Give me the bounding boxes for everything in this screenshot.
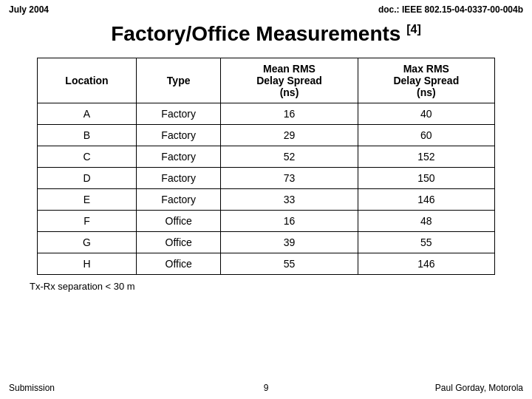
- cell-location: A: [38, 103, 137, 125]
- cell-max_rms: 150: [358, 168, 494, 189]
- table-row: CFactory52152: [38, 146, 495, 168]
- table-header-row: Location Type Mean RMSDelay Spread(ns) M…: [38, 58, 495, 103]
- col-type: Type: [137, 58, 221, 103]
- footer-page: 9: [264, 383, 269, 393]
- cell-type: Office: [137, 232, 221, 253]
- cell-location: H: [38, 253, 137, 275]
- cell-location: E: [38, 189, 137, 211]
- title-ref: [4]: [406, 23, 421, 35]
- cell-max_rms: 48: [358, 211, 494, 232]
- footer-right: Paul Gorday, Motorola: [435, 383, 523, 393]
- cell-type: Factory: [137, 125, 221, 146]
- cell-max_rms: 55: [358, 232, 494, 253]
- footer-left: Submission: [9, 383, 55, 393]
- table-row: GOffice3955: [38, 232, 495, 253]
- footer-center: 9: [264, 383, 269, 393]
- cell-location: G: [38, 232, 137, 253]
- cell-location: B: [38, 125, 137, 146]
- cell-mean_rms: 16: [221, 103, 358, 125]
- table-row: HOffice55146: [38, 253, 495, 275]
- cell-mean_rms: 39: [221, 232, 358, 253]
- col-mean-rms: Mean RMSDelay Spread(ns): [221, 58, 358, 103]
- cell-location: C: [38, 146, 137, 168]
- cell-max_rms: 146: [358, 253, 494, 275]
- table-row: FOffice1648: [38, 211, 495, 232]
- measurements-table: Location Type Mean RMSDelay Spread(ns) M…: [37, 58, 495, 275]
- cell-max_rms: 60: [358, 125, 494, 146]
- table-row: BFactory2960: [38, 125, 495, 146]
- cell-type: Office: [137, 253, 221, 275]
- table-row: DFactory73150: [38, 168, 495, 189]
- cell-max_rms: 152: [358, 146, 494, 168]
- header-date: July 2004: [9, 4, 49, 15]
- cell-mean_rms: 52: [221, 146, 358, 168]
- cell-mean_rms: 55: [221, 253, 358, 275]
- cell-mean_rms: 73: [221, 168, 358, 189]
- page-title: Factory/Office Measurements [4]: [0, 16, 532, 58]
- cell-location: F: [38, 211, 137, 232]
- header-doc: doc.: IEEE 802.15-04-0337-00-004b: [378, 4, 523, 15]
- cell-mean_rms: 29: [221, 125, 358, 146]
- cell-type: Factory: [137, 168, 221, 189]
- note-text: Tx-Rx separation < 30 m: [30, 281, 135, 292]
- cell-type: Factory: [137, 189, 221, 211]
- col-max-rms: Max RMSDelay Spread(ns): [358, 58, 494, 103]
- header-bar: July 2004 doc.: IEEE 802.15-04-0337-00-0…: [0, 0, 532, 16]
- table-container: Location Type Mean RMSDelay Spread(ns) M…: [0, 58, 532, 275]
- note: Tx-Rx separation < 30 m: [0, 275, 532, 293]
- table-row: EFactory33146: [38, 189, 495, 211]
- cell-location: D: [38, 168, 137, 189]
- cell-type: Factory: [137, 103, 221, 125]
- cell-type: Factory: [137, 146, 221, 168]
- cell-max_rms: 146: [358, 189, 494, 211]
- cell-type: Office: [137, 211, 221, 232]
- col-location: Location: [38, 58, 137, 103]
- title-main: Factory/Office Measurements: [111, 22, 406, 45]
- cell-max_rms: 40: [358, 103, 494, 125]
- cell-mean_rms: 33: [221, 189, 358, 211]
- table-row: AFactory1640: [38, 103, 495, 125]
- cell-mean_rms: 16: [221, 211, 358, 232]
